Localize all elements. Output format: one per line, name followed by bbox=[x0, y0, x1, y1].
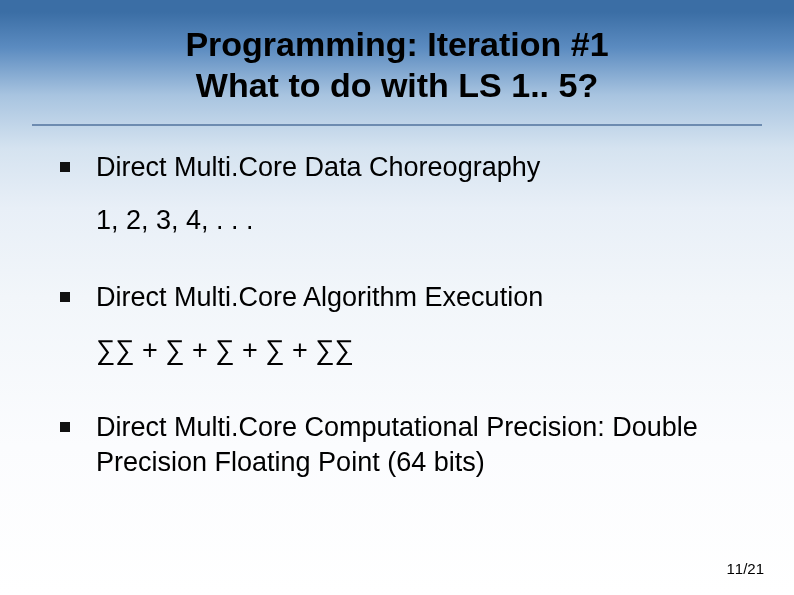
bullet-text: Direct Multi.Core Algorithm Execution bbox=[96, 280, 543, 315]
list-item: Direct Multi.Core Computational Precisio… bbox=[60, 410, 744, 480]
bullet-icon bbox=[60, 162, 70, 172]
slide-body: Direct Multi.Core Data Choreography 1, 2… bbox=[0, 126, 794, 480]
bullet-subtext: 1, 2, 3, 4, . . . bbox=[96, 205, 744, 236]
title-underline bbox=[32, 124, 762, 126]
title-line-1: Programming: Iteration #1 bbox=[0, 24, 794, 65]
list-item: Direct Multi.Core Algorithm Execution bbox=[60, 280, 744, 315]
bullet-text: Direct Multi.Core Data Choreography bbox=[96, 150, 540, 185]
bullet-subtext: ∑∑ + ∑ + ∑ + ∑ + ∑∑ bbox=[96, 335, 744, 366]
slide: Programming: Iteration #1 What to do wit… bbox=[0, 0, 794, 595]
page-number: 11/21 bbox=[726, 560, 764, 577]
bullet-text: Direct Multi.Core Computational Precisio… bbox=[96, 410, 744, 480]
bullet-icon bbox=[60, 292, 70, 302]
slide-title: Programming: Iteration #1 What to do wit… bbox=[0, 0, 794, 116]
list-item: Direct Multi.Core Data Choreography bbox=[60, 150, 744, 185]
title-line-2: What to do with LS 1.. 5? bbox=[0, 65, 794, 106]
bullet-icon bbox=[60, 422, 70, 432]
